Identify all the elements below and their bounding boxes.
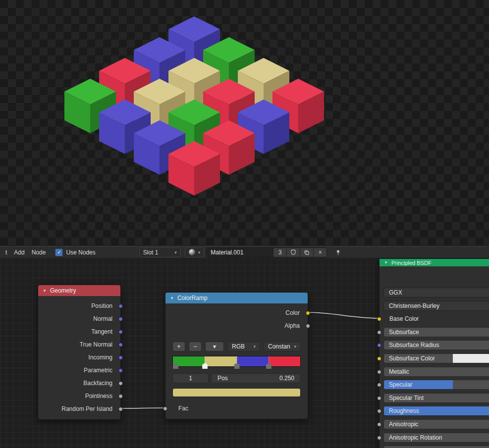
stop-position-field[interactable]: Pos 0.250 — [211, 373, 301, 383]
principled-row-anisotropic-rotation[interactable]: Anisotropic Rotation — [383, 433, 489, 443]
socket-principled-subsurface[interactable] — [377, 330, 381, 335]
geometry-output-normal: Normal — [38, 312, 120, 325]
colorramp-node-header[interactable]: ▼ ColorRamp — [165, 293, 308, 303]
menu-node[interactable]: Node — [32, 249, 46, 256]
fac-input-label: Fac — [178, 405, 188, 412]
color-swatch[interactable] — [453, 354, 489, 363]
socket-principled-subsurface-radius[interactable] — [377, 343, 381, 348]
principled-row-roughness[interactable]: Roughness — [383, 406, 489, 416]
socket-principled-anisotropic[interactable] — [377, 422, 381, 427]
unlink-material-button[interactable]: × — [313, 248, 326, 257]
socket-geometry-true-normal[interactable] — [118, 343, 123, 347]
material-name-field[interactable]: Material.001 — [207, 248, 273, 257]
principled-node-header[interactable]: ▼ Principled BSDF — [380, 259, 489, 266]
stop-index-field[interactable]: 1 — [172, 373, 209, 383]
geometry-output-tangent: Tangent — [38, 325, 120, 338]
color-mode-dropdown[interactable]: RGB ▾ — [227, 342, 260, 351]
socket-colorramp-fac[interactable] — [163, 406, 167, 411]
ramp-options-dropdown[interactable]: ▾ — [205, 342, 224, 351]
socket-geometry-random-per-island[interactable] — [118, 407, 123, 411]
row-label: Christensen-Burley — [389, 302, 439, 309]
copy-icon — [304, 249, 310, 255]
socket-geometry-backfacing[interactable] — [118, 381, 123, 386]
principled-row-specular-tint[interactable]: Specular Tint — [383, 393, 489, 403]
blender-window: t Add Node ✓ Use Nodes Slot 1 ▾ ▾ Materi… — [0, 0, 489, 448]
socket-geometry-position[interactable] — [118, 304, 123, 308]
chevron-down-icon: ▾ — [174, 250, 177, 255]
socket-principled-specular-tint[interactable] — [377, 396, 381, 400]
socket-colorramp-alpha[interactable] — [306, 324, 310, 328]
color-ramp-gradient[interactable] — [172, 356, 301, 367]
principled-row-anisotropic[interactable]: Anisotropic — [383, 419, 489, 429]
chevron-down-icon: ▾ — [253, 344, 256, 349]
row-label: Roughness — [389, 407, 419, 414]
slot-label: Slot 1 — [143, 249, 159, 256]
socket-principled-anisotropic-rotation[interactable] — [377, 436, 381, 440]
use-nodes-label: Use Nodes — [66, 249, 95, 256]
principled-row-ggx[interactable]: GGX — [383, 288, 489, 298]
row-label: Subsurface Radius — [389, 342, 439, 348]
row-label: Anisotropic — [389, 421, 418, 428]
browse-material-dropdown[interactable]: ▾ — [185, 248, 205, 257]
chevron-down-icon: ▾ — [294, 344, 296, 349]
collapse-icon[interactable]: ▼ — [170, 296, 174, 300]
geometry-output-random-per-island: Random Per Island — [38, 402, 120, 415]
interpolation-dropdown[interactable]: Constan ▾ — [264, 342, 301, 351]
chevron-down-icon: ▾ — [198, 250, 201, 255]
node-editor-topbar: t Add Node ✓ Use Nodes Slot 1 ▾ ▾ Materi… — [0, 246, 489, 258]
principled-row-subsurface[interactable]: Subsurface — [383, 327, 489, 337]
remove-stop-button[interactable]: − — [189, 342, 202, 351]
add-stop-button[interactable]: + — [172, 342, 185, 351]
row-label: Specular — [389, 381, 412, 388]
socket-principled-metallic[interactable] — [377, 370, 381, 374]
socket-geometry-incoming[interactable] — [118, 355, 123, 360]
principled-row-christensen-burley[interactable]: Christensen-Burley — [383, 301, 489, 311]
socket-geometry-parametric[interactable] — [118, 368, 123, 373]
pos-value: 0.250 — [279, 375, 294, 382]
slot-dropdown[interactable]: Slot 1 ▾ — [139, 248, 181, 257]
menu-truncated[interactable]: t — [5, 249, 7, 256]
principled-row-subsurface-color[interactable]: Subsurface Color — [383, 353, 489, 363]
material-field-group: Material.001 3 × — [206, 248, 327, 257]
principled-row-sheen[interactable]: Sheen — [383, 446, 489, 448]
link-geometry-to-colorramp — [120, 408, 165, 408]
principled-bsdf-node[interactable]: ▼ Principled BSDF GGXChristensen-BurleyB… — [379, 258, 489, 448]
collapse-icon[interactable]: ▼ — [384, 260, 388, 265]
socket-geometry-normal[interactable] — [118, 317, 123, 321]
fake-user-button[interactable] — [286, 248, 300, 257]
colorramp-output-alpha: Alpha — [165, 319, 308, 332]
geometry-node-header[interactable]: ▼ Geometry — [38, 285, 120, 296]
shield-icon — [290, 249, 296, 255]
socket-principled-specular[interactable] — [377, 383, 381, 387]
checkmark-icon: ✓ — [57, 250, 61, 255]
menu-add[interactable]: Add — [14, 249, 24, 256]
principled-row-subsurface-radius[interactable]: Subsurface Radius — [383, 340, 489, 350]
new-material-button[interactable] — [300, 248, 313, 257]
3d-viewport[interactable] — [0, 0, 489, 246]
use-nodes-checkbox[interactable]: ✓ — [55, 249, 63, 256]
geometry-node[interactable]: ▼ Geometry PositionNormalTangentTrue Nor… — [38, 285, 121, 420]
colorramp-node[interactable]: ▼ ColorRamp Color Alpha + − ▾ RGB ▾ Cons… — [165, 292, 308, 419]
render-preview-cubes — [0, 0, 489, 246]
ramp-segment-3 — [269, 356, 300, 366]
material-users-button[interactable]: 3 — [273, 248, 286, 257]
pin-button[interactable] — [335, 249, 341, 256]
row-label: Base Color — [389, 315, 419, 322]
socket-geometry-tangent[interactable] — [118, 330, 123, 334]
node-editor-canvas[interactable]: ▼ Geometry PositionNormalTangentTrue Nor… — [0, 258, 489, 448]
principled-row-metallic[interactable]: Metallic — [383, 367, 489, 377]
socket-geometry-pointiness[interactable] — [118, 394, 123, 398]
geometry-output-true-normal: True Normal — [38, 338, 120, 351]
row-label: Subsurface — [389, 329, 419, 336]
collapse-icon[interactable]: ▼ — [43, 289, 47, 293]
geometry-output-parametric: Parametric — [38, 364, 120, 377]
socket-principled-roughness[interactable] — [377, 409, 381, 413]
pos-label: Pos — [217, 375, 228, 382]
socket-colorramp-color[interactable] — [306, 311, 310, 315]
node-title: ColorRamp — [177, 295, 208, 301]
socket-principled-base-color[interactable] — [377, 317, 381, 321]
socket-principled-subsurface-color[interactable] — [377, 356, 381, 361]
geometry-output-backfacing: Backfacing — [38, 377, 120, 390]
stop-color-swatch[interactable] — [172, 388, 301, 397]
principled-row-specular[interactable]: Specular — [383, 380, 489, 390]
